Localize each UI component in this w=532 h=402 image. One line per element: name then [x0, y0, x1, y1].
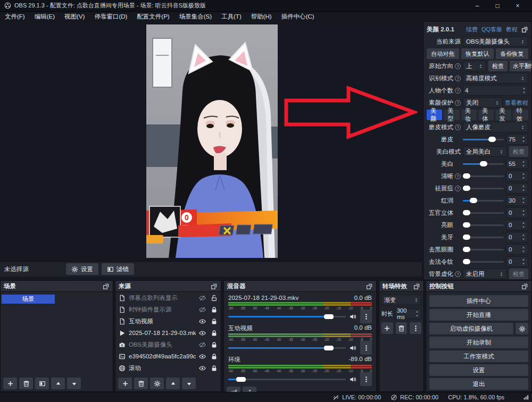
- current-source-dropdown[interactable]: OBS美颜摄像头: [463, 36, 528, 47]
- maximize-button[interactable]: □: [487, 0, 508, 12]
- beauty-header-link[interactable]: 续费: [466, 26, 478, 34]
- autofocus-button[interactable]: 自动对焦: [427, 48, 459, 59]
- source-row[interactable]: e394502df49aa5fc2a99cd2e7c: [115, 350, 221, 362]
- track-options-button[interactable]: [360, 341, 372, 355]
- source-row[interactable]: 弹幕点歌列表显示: [115, 292, 221, 304]
- view-tutorial-link[interactable]: 查看教程: [505, 99, 528, 107]
- nasolabial-slider[interactable]: [463, 261, 504, 263]
- value-spinbox[interactable]: 30: [506, 195, 528, 206]
- volume-slider[interactable]: [228, 316, 346, 317]
- smooth-slider[interactable]: [463, 139, 504, 140]
- source-row[interactable]: 互动视频: [115, 315, 221, 327]
- background-blur-dropdown[interactable]: 未启用: [463, 269, 507, 279]
- menu-item[interactable]: 编辑(E): [30, 12, 60, 21]
- visibility-toggle-icon[interactable]: [199, 353, 206, 360]
- value-spinbox[interactable]: 75: [506, 134, 528, 145]
- source-move-up-button[interactable]: [166, 378, 180, 389]
- transition-type-dropdown[interactable]: 渐变: [381, 295, 421, 305]
- speaker-icon[interactable]: [350, 376, 356, 383]
- source-settings-button[interactable]: 设置: [66, 263, 98, 275]
- add-source-button[interactable]: [118, 378, 132, 389]
- menu-item[interactable]: 插件中心(C): [277, 12, 319, 21]
- value-spinbox[interactable]: 0: [506, 220, 528, 230]
- lock-icon[interactable]: [211, 365, 218, 372]
- menu-item[interactable]: 文件(F): [0, 12, 30, 21]
- blemish-slider[interactable]: [463, 188, 504, 189]
- remove-source-button[interactable]: [134, 378, 148, 389]
- scene-move-up-button[interactable]: [51, 378, 65, 389]
- popout-icon[interactable]: [521, 26, 528, 33]
- add-transition-button[interactable]: [381, 322, 393, 334]
- volume-slider[interactable]: [228, 379, 346, 380]
- slider-handle[interactable]: [463, 186, 470, 191]
- slider-handle[interactable]: [463, 259, 470, 264]
- volume-slider-handle[interactable]: [236, 377, 246, 382]
- control-button[interactable]: 设置: [429, 364, 528, 376]
- source-move-down-button[interactable]: [182, 378, 196, 389]
- popout-icon[interactable]: [366, 283, 373, 290]
- menu-item[interactable]: 配置文件(P): [132, 12, 174, 21]
- clarity-slider[interactable]: [463, 175, 504, 177]
- source-properties-button[interactable]: [150, 378, 164, 389]
- detect-mode-dropdown[interactable]: 高精度模式: [463, 73, 528, 83]
- lock-icon[interactable]: [211, 330, 218, 337]
- lock-icon[interactable]: [211, 306, 218, 313]
- blur-check-button[interactable]: 检查: [509, 269, 528, 279]
- orientation-check-button[interactable]: 检查: [488, 61, 508, 71]
- popout-icon[interactable]: [211, 283, 218, 290]
- whiten-slider[interactable]: [463, 163, 504, 165]
- source-row[interactable]: 时钟插件显示源: [115, 304, 221, 315]
- menu-item[interactable]: 视图(V): [60, 12, 89, 21]
- beauty-tab[interactable]: 美颜: [427, 110, 442, 120]
- menu-item[interactable]: 停靠窗口(D): [89, 12, 132, 21]
- control-button[interactable]: 插件中心: [429, 295, 528, 307]
- scene-move-down-button[interactable]: [67, 378, 81, 389]
- beauty-tab[interactable]: 特效: [513, 110, 528, 120]
- volume-slider-handle[interactable]: [324, 314, 334, 319]
- popout-icon[interactable]: [103, 283, 110, 290]
- speaker-icon[interactable]: [350, 313, 356, 320]
- control-button[interactable]: 开始录制: [429, 337, 528, 348]
- restore-default-button[interactable]: 恢复默认: [461, 48, 494, 59]
- beauty-tab[interactable]: 美体: [478, 110, 494, 120]
- visibility-toggle-icon[interactable]: [199, 330, 206, 337]
- popout-icon[interactable]: [521, 283, 528, 290]
- speaker-icon[interactable]: [350, 345, 356, 351]
- visibility-toggle-icon[interactable]: [199, 306, 206, 313]
- slider-handle[interactable]: [463, 234, 470, 240]
- control-button[interactable]: 启动虚拟摄像机: [429, 323, 513, 334]
- slider-handle[interactable]: [463, 210, 470, 215]
- rosy-slider[interactable]: [463, 200, 504, 202]
- face-3d-slider[interactable]: [463, 212, 504, 214]
- bright-eyes-slider[interactable]: [463, 224, 504, 226]
- duration-spinner[interactable]: 300 ms: [395, 308, 421, 319]
- dark-circle-slider[interactable]: [463, 249, 504, 250]
- menu-item[interactable]: 场景集合(S): [174, 12, 217, 21]
- beauty-header-link[interactable]: QQ客服: [481, 26, 502, 34]
- lock-icon[interactable]: [211, 318, 218, 325]
- visibility-toggle-icon[interactable]: [199, 318, 206, 325]
- volume-slider[interactable]: [228, 347, 346, 349]
- value-spinbox[interactable]: 0: [506, 244, 528, 255]
- source-row[interactable]: 2025-07-18 21-29-03.mkv: [115, 327, 221, 339]
- transition-options-button[interactable]: [410, 322, 421, 334]
- lock-icon[interactable]: [211, 341, 218, 348]
- value-spinbox[interactable]: 0: [506, 183, 528, 194]
- visibility-toggle-icon[interactable]: [199, 341, 206, 348]
- menu-item[interactable]: 帮助(H): [246, 12, 277, 21]
- remove-scene-button[interactable]: [19, 378, 33, 389]
- lock-icon[interactable]: [211, 295, 218, 302]
- smooth-mode-dropdown[interactable]: 人像磨皮: [463, 122, 528, 132]
- visibility-toggle-icon[interactable]: [199, 295, 206, 302]
- horizontal-flip-button[interactable]: 水平翻转: [510, 61, 532, 71]
- remove-transition-button[interactable]: [396, 322, 408, 334]
- slider-handle[interactable]: [470, 198, 477, 203]
- lock-icon[interactable]: [211, 353, 218, 360]
- control-button[interactable]: 开始直播: [429, 309, 528, 321]
- control-button[interactable]: 退出: [429, 378, 528, 390]
- control-button[interactable]: 工作室模式: [429, 350, 528, 362]
- value-spinbox[interactable]: 0: [506, 207, 528, 218]
- scene-filters-button[interactable]: [35, 378, 49, 389]
- close-button[interactable]: ×: [508, 0, 528, 12]
- beauty-tab[interactable]: 美发: [495, 110, 511, 120]
